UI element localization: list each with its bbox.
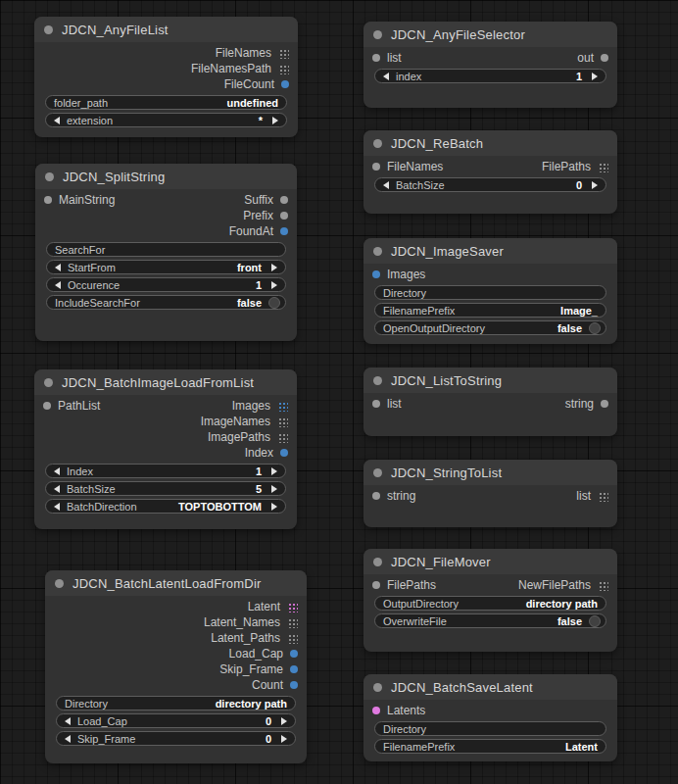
node-batchlatentloadfromdir[interactable]: JDCN_BatchLatentLoadFromDir Latent Laten… — [45, 570, 307, 763]
list-output-icon[interactable] — [287, 617, 298, 628]
output-slot-imagenames[interactable]: ImageNames — [201, 415, 288, 428]
node-header[interactable]: JDCN_BatchLatentLoadFromDir — [45, 570, 307, 596]
node-header[interactable]: JDCN_SplitString — [35, 164, 297, 189]
output-slot-filecount[interactable]: FileCount — [224, 77, 289, 91]
output-slot-index[interactable]: Index — [245, 446, 288, 460]
input-slot-mainstring[interactable]: MainString — [44, 193, 115, 207]
widget-openoutputdirectory[interactable]: OpenOutputDirectory false — [374, 320, 606, 335]
combo-next-icon[interactable] — [271, 485, 277, 493]
list-output-icon[interactable] — [598, 162, 608, 172]
output-slot-images[interactable]: Images — [232, 399, 288, 413]
combo-next-icon[interactable] — [271, 503, 277, 511]
node-imagesaver[interactable]: JDCN_ImageSaver Images Directory Filenam… — [363, 238, 617, 344]
image-list-output-icon[interactable] — [277, 401, 288, 412]
input-dot-icon[interactable] — [372, 400, 380, 408]
node-header[interactable]: JDCN_ReBatch — [363, 130, 617, 156]
combo-prev-icon[interactable] — [54, 503, 60, 511]
widget-searchfor[interactable]: SearchFor — [46, 242, 286, 257]
output-slot-prefix[interactable]: Prefix — [243, 209, 288, 222]
combo-next-icon[interactable] — [272, 117, 278, 124]
output-slot-imagepaths[interactable]: ImagePaths — [208, 430, 288, 444]
combo-prev-icon[interactable] — [55, 264, 61, 271]
output-dot-icon[interactable] — [280, 196, 288, 204]
combo-next-icon[interactable] — [271, 264, 277, 271]
latent-list-output-icon[interactable] — [287, 602, 298, 612]
node-header[interactable]: JDCN_ListToString — [363, 368, 617, 393]
collapse-dot-icon[interactable] — [44, 378, 53, 387]
output-slot-out[interactable]: out — [577, 51, 608, 65]
widget-overwritefile[interactable]: OverwriteFile false — [374, 613, 606, 628]
node-header[interactable]: JDCN_AnyFileSelector — [363, 22, 617, 47]
combo-prev-icon[interactable] — [55, 281, 61, 289]
output-slot-count[interactable]: Count — [252, 678, 298, 692]
node-stringtolist[interactable]: JDCN_StringToList string list — [363, 460, 617, 527]
widget-directory[interactable]: Directory — [374, 721, 606, 736]
combo-prev-icon[interactable] — [383, 181, 389, 189]
widget-batchsize[interactable]: BatchSize 0 — [374, 177, 606, 192]
collapse-dot-icon[interactable] — [373, 139, 382, 148]
widget-load-cap[interactable]: Load_Cap 0 — [56, 713, 296, 728]
node-header[interactable]: JDCN_BatchSaveLatent — [363, 674, 617, 700]
widget-index[interactable]: index 1 — [374, 69, 606, 83]
combo-next-icon[interactable] — [271, 281, 277, 289]
input-slot-latents[interactable]: Latents — [372, 704, 425, 717]
int-output-dot-icon[interactable] — [290, 665, 298, 673]
input-dot-icon[interactable] — [372, 492, 380, 500]
node-anyfilelist[interactable]: JDCN_AnyFileList FileNames FileNamesPath… — [34, 17, 298, 137]
list-output-icon[interactable] — [278, 48, 289, 59]
output-slot-foundat[interactable]: FoundAt — [229, 224, 288, 238]
output-slot-latent[interactable]: Latent — [248, 600, 298, 613]
node-anyfileselector[interactable]: JDCN_AnyFileSelector list out index 1 — [363, 22, 617, 108]
list-output-icon[interactable] — [277, 416, 288, 427]
output-slot-latent-names[interactable]: Latent_Names — [204, 615, 298, 629]
combo-prev-icon[interactable] — [65, 717, 71, 725]
toggle-knob-icon[interactable] — [589, 615, 601, 627]
input-dot-icon[interactable] — [372, 163, 380, 171]
combo-prev-icon[interactable] — [54, 117, 60, 124]
list-output-icon[interactable] — [287, 633, 298, 644]
widget-directory[interactable]: Directory — [374, 285, 606, 300]
node-header[interactable]: JDCN_StringToList — [363, 460, 617, 485]
widget-filenameprefix[interactable]: FilenamePrefix Image_ — [374, 303, 606, 318]
widget-occurence[interactable]: Occurence 1 — [46, 277, 286, 292]
collapse-dot-icon[interactable] — [373, 376, 382, 385]
input-dot-icon[interactable] — [372, 581, 380, 589]
toggle-knob-icon[interactable] — [589, 322, 601, 334]
input-slot-list[interactable]: list — [372, 397, 402, 411]
int-output-dot-icon[interactable] — [280, 449, 288, 457]
list-output-icon[interactable] — [277, 432, 288, 443]
combo-prev-icon[interactable] — [54, 467, 60, 475]
collapse-dot-icon[interactable] — [373, 468, 382, 477]
input-dot-icon[interactable] — [44, 196, 52, 204]
input-slot-list[interactable]: list — [372, 51, 402, 65]
list-output-icon[interactable] — [598, 491, 608, 502]
output-slot-latent-paths[interactable]: Latent_Paths — [211, 631, 298, 645]
latent-input-dot-icon[interactable] — [372, 707, 380, 714]
input-slot-images[interactable]: Images — [372, 268, 425, 281]
node-splitstring[interactable]: JDCN_SplitString MainString Suffix Prefi… — [35, 164, 297, 341]
widget-startfrom[interactable]: StartFrom front — [46, 260, 286, 274]
combo-prev-icon[interactable] — [65, 735, 71, 743]
widget-outputdirectory[interactable]: OutputDirectory directory path — [374, 596, 606, 611]
node-batchsavelatent[interactable]: JDCN_BatchSaveLatent Latents Directory F… — [363, 674, 617, 761]
widget-directory[interactable]: Directory directory path — [56, 696, 296, 710]
input-slot-pathlist[interactable]: PathList — [43, 399, 100, 413]
output-slot-newfilepaths[interactable]: NewFilePaths — [518, 578, 608, 592]
collapse-dot-icon[interactable] — [373, 30, 382, 39]
output-dot-icon[interactable] — [601, 400, 608, 408]
node-rebatch[interactable]: JDCN_ReBatch FileNames FilePaths BatchSi… — [363, 130, 617, 214]
node-header[interactable]: JDCN_FileMover — [363, 549, 617, 574]
int-output-dot-icon[interactable] — [290, 650, 298, 658]
combo-prev-icon[interactable] — [54, 485, 60, 493]
node-filemover[interactable]: JDCN_FileMover FilePaths NewFilePaths Ou… — [363, 549, 617, 652]
input-dot-icon[interactable] — [43, 402, 51, 410]
combo-next-icon[interactable] — [271, 467, 277, 475]
output-dot-icon[interactable] — [601, 54, 608, 62]
output-slot-filenamespath[interactable]: FileNamesPath — [191, 62, 289, 75]
node-batchimageloadfromlist[interactable]: JDCN_BatchImageLoadFromList PathList Ima… — [34, 369, 297, 529]
output-slot-load-cap[interactable]: Load_Cap — [229, 647, 298, 661]
node-header[interactable]: JDCN_BatchImageLoadFromList — [34, 369, 297, 395]
input-slot-string[interactable]: string — [372, 489, 415, 503]
collapse-dot-icon[interactable] — [45, 172, 54, 181]
collapse-dot-icon[interactable] — [373, 683, 382, 692]
